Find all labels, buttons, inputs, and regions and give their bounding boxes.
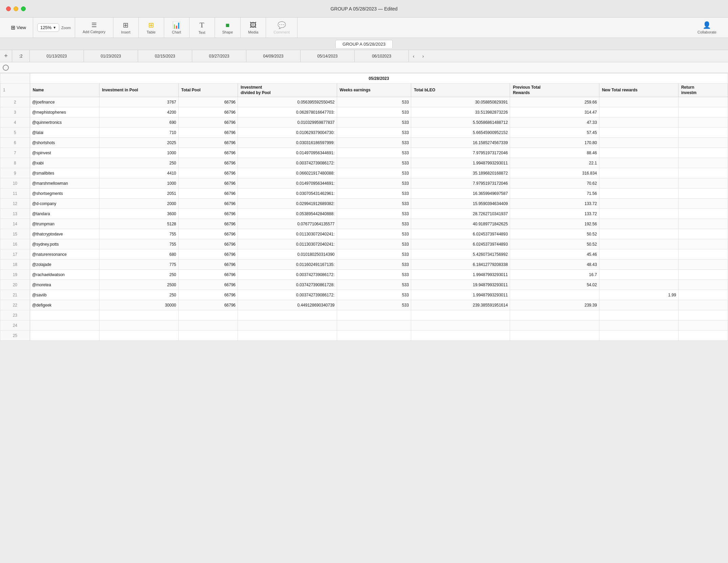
cell-ret[interactable] (678, 310, 728, 320)
cell-prev[interactable]: 170.80 (510, 138, 599, 148)
cell-name[interactable]: @xabi (30, 158, 99, 168)
cell-prev[interactable]: 239.39 (510, 300, 599, 310)
cell-pool[interactable]: 66796 (178, 148, 238, 158)
cell-ratio[interactable]: 0.010629379004730: (238, 128, 337, 138)
cell-bleo[interactable]: 239.385591951614 (411, 300, 510, 310)
row-num[interactable]: 15 (0, 229, 30, 239)
cell-ratio[interactable]: 0.056395592550452 (238, 97, 337, 107)
cell-ret[interactable] (678, 219, 728, 229)
cell-investment[interactable]: 2500 (99, 280, 178, 290)
cell-name[interactable]: @shortsegments (30, 188, 99, 199)
cell-bleo[interactable]: 28.7262710341937 (411, 209, 510, 219)
row-num[interactable]: 24 (0, 320, 30, 331)
cell-pool[interactable]: 66796 (178, 158, 238, 168)
cell-bleo[interactable]: 5.66545900952152 (411, 128, 510, 138)
cell-investment[interactable]: 2000 (99, 199, 178, 209)
cell-ratio[interactable]: 0.014970956344691: (238, 148, 337, 158)
cell-pool[interactable]: 66796 (178, 117, 238, 128)
cell-ret[interactable] (678, 178, 728, 188)
row-num[interactable]: 6 (0, 138, 30, 148)
row-num[interactable]: 13 (0, 209, 30, 219)
cell-ratio[interactable]: 0.062878016647703: (238, 107, 337, 117)
cell-prev[interactable]: 50.52 (510, 229, 599, 239)
cell-weeks[interactable]: 533 (337, 97, 411, 107)
cell-investment[interactable]: 250 (99, 270, 178, 280)
cell-investment[interactable]: 4200 (99, 107, 178, 117)
cell-investment[interactable]: 5128 (99, 219, 178, 229)
cell-new[interactable] (599, 148, 678, 158)
cell-bleo[interactable]: 30.058850829391 (411, 97, 510, 107)
cell-ratio[interactable]: 0.076771064135577 (238, 219, 337, 229)
cell-prev[interactable]: 22.1 (510, 158, 599, 168)
cell-investment[interactable]: 775 (99, 260, 178, 270)
cell-pool[interactable]: 66796 (178, 138, 238, 148)
cell-prev[interactable] (510, 290, 599, 300)
cell-pool[interactable]: 66796 (178, 209, 238, 219)
cell-name[interactable]: @natureresonance (30, 249, 99, 260)
col-date-3[interactable]: 03/27/2023 (192, 50, 246, 62)
cell-new[interactable] (599, 138, 678, 148)
cell-ratio[interactable]: 0.003742739086172: (238, 270, 337, 280)
cell-ret[interactable] (678, 128, 728, 138)
cell-pool[interactable]: 66796 (178, 249, 238, 260)
cell-bleo[interactable]: 33.513982873226 (411, 107, 510, 117)
cell-name[interactable]: @zolajade (30, 260, 99, 270)
row-num[interactable]: 19 (0, 270, 30, 280)
cell-new[interactable] (599, 260, 678, 270)
cell-investment[interactable]: 1000 (99, 148, 178, 158)
cell-bleo[interactable]: 16.1585274567339 (411, 138, 510, 148)
fullscreen-button[interactable] (21, 6, 26, 11)
cell-ret[interactable] (678, 239, 728, 249)
cell-pool[interactable]: 66796 (178, 300, 238, 310)
cell-pool[interactable]: 66796 (178, 97, 238, 107)
cell-new[interactable] (599, 188, 678, 199)
cell-prev[interactable] (510, 331, 599, 341)
close-button[interactable] (6, 6, 11, 11)
cell-new[interactable] (599, 310, 678, 320)
cell-ret[interactable] (678, 229, 728, 239)
cell-prev[interactable]: 133.72 (510, 199, 599, 209)
cell-ratio[interactable]: 0.011303072040241: (238, 229, 337, 239)
cell-new[interactable] (599, 331, 678, 341)
cell-name[interactable]: @tandara (30, 209, 99, 219)
cell-pool[interactable]: 66796 (178, 229, 238, 239)
cell-prev[interactable]: 314.47 (510, 107, 599, 117)
cell-prev[interactable]: 48.43 (510, 260, 599, 270)
cell-name[interactable]: @trumpman (30, 219, 99, 229)
cell-ret[interactable] (678, 209, 728, 219)
cell-ratio[interactable] (238, 320, 337, 331)
cell-pool[interactable]: 66796 (178, 199, 238, 209)
cell-ratio[interactable]: 0.003742739086172: (238, 290, 337, 300)
cell-new[interactable] (599, 219, 678, 229)
cell-weeks[interactable]: 533 (337, 249, 411, 260)
row-num[interactable]: 2 (0, 97, 30, 107)
cell-pool[interactable]: 66796 (178, 270, 238, 280)
text-button[interactable]: T Text (194, 19, 211, 36)
cell-ret[interactable] (678, 97, 728, 107)
cell-pool[interactable] (178, 320, 238, 331)
cell-bleo[interactable]: 35.1896820168872 (411, 168, 510, 178)
cell-weeks[interactable]: 533 (337, 128, 411, 138)
cell-ratio[interactable]: 0.010329959877837 (238, 117, 337, 128)
cell-weeks[interactable]: 533 (337, 178, 411, 188)
insert-button[interactable]: ⊞ Insert (117, 20, 134, 36)
cell-bleo[interactable]: 1.99487993293011 (411, 158, 510, 168)
cell-investment[interactable]: 680 (99, 249, 178, 260)
cell-name[interactable] (30, 320, 99, 331)
cell-ret[interactable] (678, 158, 728, 168)
cell-name[interactable]: @defigeek (30, 300, 99, 310)
shape-button[interactable]: ■ Shape (219, 20, 237, 36)
cell-ret[interactable] (678, 117, 728, 128)
cell-pool[interactable] (178, 310, 238, 320)
cell-ratio[interactable]: 0.011303072040241: (238, 239, 337, 249)
col-date-5[interactable]: 05/14/2023 (301, 50, 355, 62)
view-button[interactable]: ⊞ View (8, 23, 29, 32)
cell-weeks[interactable] (337, 320, 411, 331)
cell-new[interactable] (599, 300, 678, 310)
cell-bleo[interactable]: 16.3659949697587 (411, 188, 510, 199)
cell-prev[interactable]: 16.7 (510, 270, 599, 280)
row-num[interactable]: 21 (0, 290, 30, 300)
cell-name[interactable]: @shortshots (30, 138, 99, 148)
cell-pool[interactable]: 66796 (178, 178, 238, 188)
row-num[interactable]: 17 (0, 249, 30, 260)
